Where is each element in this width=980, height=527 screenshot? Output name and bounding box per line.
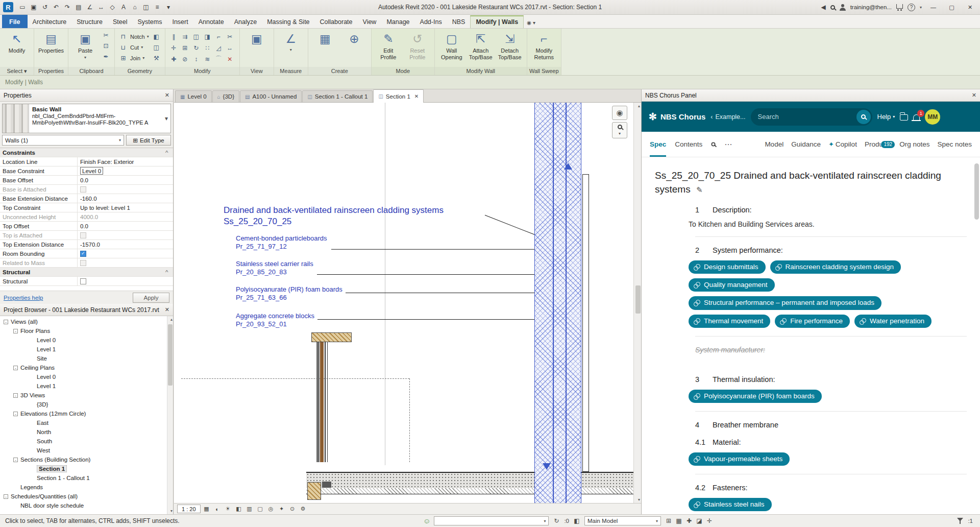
tab-model[interactable]: Model <box>765 140 783 148</box>
active-workset-select[interactable]: ▾ <box>434 516 549 525</box>
mirror-pick-icon[interactable]: ◨ <box>203 32 212 41</box>
cut-button[interactable]: ⊔ Cut ▾ <box>118 42 149 52</box>
tree-item[interactable]: Section 1 - Callout 1 <box>0 473 173 483</box>
reset-profile-button[interactable]: ↺ Reset Profile <box>404 30 431 60</box>
match-icon[interactable]: ↔ <box>225 43 235 53</box>
ribbon-tab[interactable]: View <box>358 15 382 28</box>
tree-expander-icon[interactable]: - <box>4 494 8 499</box>
redo-icon[interactable]: ↷ <box>62 2 72 12</box>
clause-pill[interactable]: Polyisocyanurate (PIR) foam boards <box>689 390 822 403</box>
canvas-scrollbar[interactable]: ▲ ▼ <box>633 103 641 503</box>
match-type-properties-icon[interactable]: ✒ <box>101 52 111 61</box>
tab-guidance[interactable]: Guidance <box>791 140 821 148</box>
pin-icon[interactable]: ✚ <box>169 54 179 64</box>
tree-item[interactable]: Site <box>0 354 173 363</box>
apply-button[interactable]: Apply <box>133 293 169 303</box>
ribbon-tab[interactable]: Manage <box>381 15 414 28</box>
scrollbar-thumb[interactable] <box>974 163 979 220</box>
array-icon[interactable]: ∷ <box>203 43 212 53</box>
tree-expander-icon[interactable]: - <box>13 366 18 370</box>
ribbon-tab[interactable]: Systems <box>132 15 167 28</box>
property-value-text[interactable]: -1570.0 <box>80 242 100 248</box>
edit-type-button[interactable]: ⊞ Edit Type <box>126 135 171 146</box>
tree-item[interactable]: Level 0 <box>0 372 173 381</box>
property-value-text[interactable]: Level 0 <box>80 167 103 175</box>
property-value[interactable] <box>78 258 173 267</box>
tree-item[interactable]: East <box>0 418 173 427</box>
zoom-button[interactable]: ▾ <box>612 122 627 138</box>
unpin-icon[interactable]: ⊘ <box>180 54 190 64</box>
scale-icon[interactable]: ◿ <box>214 43 224 53</box>
tree-item[interactable]: - Views (all) <box>0 317 173 326</box>
view-tab[interactable]: ◫ Section 1 - Callout 1 ✕ <box>302 90 373 102</box>
property-value[interactable]: Level 0 <box>78 166 173 175</box>
annotation-particleboards[interactable]: Cement-bonded particleboards Pr_25_71_97… <box>236 234 327 251</box>
shadows-icon[interactable]: ◧ <box>234 505 243 514</box>
close-button[interactable]: ✕ <box>963 2 977 13</box>
select-by-face-icon[interactable]: ◪ <box>695 517 703 525</box>
property-value[interactable]: -1570.0 <box>78 240 173 249</box>
drag-on-selection-icon[interactable]: ✛ <box>705 517 714 525</box>
copy-icon[interactable]: ⊞ <box>180 43 190 53</box>
ribbon-tab[interactable]: Analyze <box>229 15 262 28</box>
worksharing-display-icon[interactable]: ⚙ <box>299 505 308 514</box>
select-links-icon[interactable]: ⊞ <box>665 517 673 525</box>
measure-button[interactable]: ∠ ▾ <box>278 30 304 52</box>
help-caret-icon[interactable]: ▾ <box>920 5 922 10</box>
checkbox-icon[interactable] <box>80 260 86 266</box>
open-icon[interactable]: ▭ <box>17 2 28 12</box>
undo-icon[interactable]: ↶ <box>51 2 61 12</box>
tree-item[interactable]: North <box>0 427 173 437</box>
thin-lines-icon[interactable]: ≡ <box>152 2 162 12</box>
ribbon-tab[interactable]: NBS <box>447 15 471 28</box>
ribbon-tab[interactable]: Insert <box>167 15 193 28</box>
create-group-button[interactable]: ⊕ <box>341 30 368 46</box>
tree-expander-icon[interactable]: - <box>13 329 18 333</box>
tree-item[interactable]: NBL door style schedule <box>0 501 173 510</box>
property-value[interactable] <box>78 249 173 258</box>
clause-pill[interactable]: Stainless steel nails <box>689 498 772 511</box>
tab-products[interactable]: Products 192 <box>865 140 892 148</box>
clause-pill[interactable]: Fire performance <box>775 315 850 328</box>
design-option-select[interactable]: Main Model ▾ <box>584 516 661 525</box>
view-tab[interactable]: ▤ A100 - Unnamed ✕ <box>240 90 302 102</box>
clause-pill[interactable]: Quality management <box>689 278 775 292</box>
clause-pill[interactable]: Thermal movement <box>689 315 770 328</box>
tree-item[interactable]: - Sections (Building Section) <box>0 455 173 464</box>
revit-logo[interactable]: R <box>3 2 13 12</box>
tree-item[interactable]: - Schedules/Quantities (all) <box>0 492 173 501</box>
tree-item[interactable]: - Elevations (12mm Circle) <box>0 409 173 418</box>
more-icon[interactable]: ⋯ <box>724 140 732 149</box>
view-scale[interactable]: 1 : 20 <box>177 505 201 513</box>
property-value-text[interactable]: Finish Face: Exterior <box>80 159 134 165</box>
tab-org-notes[interactable]: Org notes <box>899 140 929 148</box>
annotation-rainscreen-system[interactable]: Drained and back-ventilated rainscreen c… <box>224 205 444 227</box>
nbs-scrollbar[interactable] <box>974 159 979 512</box>
scroll-up-icon[interactable]: ▲ <box>167 316 173 323</box>
help-menu[interactable]: Help ▾ <box>877 113 895 121</box>
clause-pill[interactable]: Vapour-permeable sheets <box>689 452 790 466</box>
property-value-text[interactable]: 4000.0 <box>80 214 98 220</box>
worksets-icon[interactable]: ☺ <box>423 517 430 525</box>
tree-item[interactable]: West <box>0 446 173 455</box>
text-icon[interactable]: A <box>118 2 129 12</box>
property-value[interactable] <box>78 277 173 285</box>
search-button[interactable] <box>856 110 871 124</box>
property-value[interactable] <box>78 231 173 239</box>
signed-in-account[interactable]: training@then... <box>850 4 892 10</box>
search-icon[interactable] <box>712 142 716 146</box>
create-parts-button[interactable]: ▦ <box>312 30 338 46</box>
visual-style-icon[interactable]: ◐ <box>213 505 222 514</box>
collapse-arrow-icon[interactable]: ◀ <box>821 4 825 11</box>
default-3d-view-icon[interactable]: ⌂ <box>130 2 140 12</box>
notifications-button[interactable]: 1 <box>913 114 920 120</box>
type-selector[interactable]: Basic Wall nbl_Clad_CemBnddPbrd-MtlFrm-M… <box>2 104 171 133</box>
filter-icon[interactable] <box>957 518 963 524</box>
clause-pill[interactable]: Rainscreen cladding system design <box>770 260 901 274</box>
search-icon[interactable] <box>830 5 835 10</box>
property-value-text[interactable]: 0.0 <box>80 177 88 183</box>
measure-icon[interactable]: ∠ <box>85 2 95 12</box>
browser-scrollbar[interactable]: ▲ ▼ <box>167 316 173 514</box>
paint-icon[interactable]: ◧ <box>152 32 161 41</box>
mirror-axis-icon[interactable]: ◫ <box>191 32 201 41</box>
